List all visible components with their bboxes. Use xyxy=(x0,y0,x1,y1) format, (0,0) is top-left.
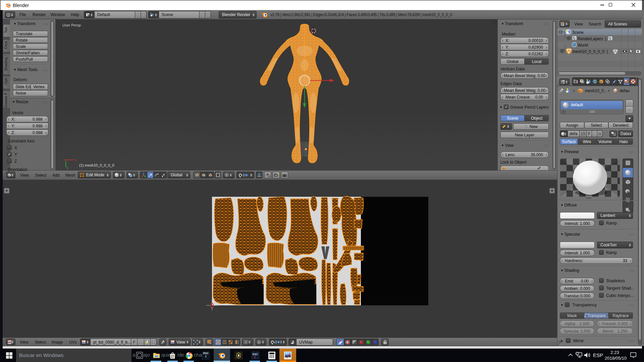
svg-text:y: y xyxy=(67,166,68,170)
svg-text:x: x xyxy=(75,158,76,162)
svg-text:2: 2 xyxy=(254,355,256,359)
